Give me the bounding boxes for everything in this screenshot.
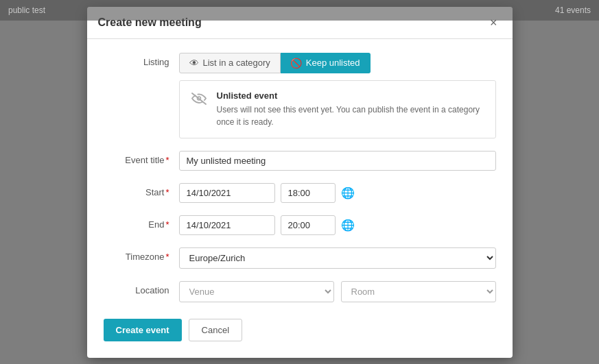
listing-control: 👁 List in a category 🚫 Keep unlisted: [179, 53, 496, 138]
start-datetime: 🌐: [179, 183, 496, 203]
start-control: 🌐: [179, 183, 496, 203]
unlisted-text: Unlisted event Users will not see this e…: [217, 90, 484, 128]
end-datetime: 🌐: [179, 215, 496, 235]
location-row: Location Venue Room: [104, 281, 496, 302]
event-title-row: Event title*: [104, 151, 496, 171]
start-time-input[interactable]: [281, 183, 336, 203]
venue-select[interactable]: Venue: [179, 281, 334, 302]
event-title-control: [179, 151, 496, 171]
keep-unlisted-button[interactable]: 🚫 Keep unlisted: [281, 53, 371, 73]
eye-icon: 👁: [189, 58, 199, 69]
location-control: Venue Room: [179, 281, 496, 302]
start-date-input[interactable]: [179, 183, 275, 203]
timezone-control: Europe/Zurich UTC America/New_York Asia/…: [179, 247, 496, 269]
start-timezone-icon[interactable]: 🌐: [341, 186, 355, 199]
room-select[interactable]: Room: [341, 281, 496, 302]
list-in-category-button[interactable]: 👁 List in a category: [179, 53, 281, 73]
location-label: Location: [104, 281, 179, 295]
end-control: 🌐: [179, 215, 496, 235]
timezone-label: Timezone*: [104, 247, 179, 262]
unlisted-eye-icon: [191, 92, 207, 110]
bg-right-text: 41 events: [555, 5, 591, 15]
modal-body: Listing 👁 List in a category 🚫 Keep unli…: [87, 39, 513, 358]
create-meeting-modal: Create new meeting × Listing 👁 List in a…: [87, 7, 513, 358]
location-selects: Venue Room: [179, 281, 496, 302]
listing-row: Listing 👁 List in a category 🚫 Keep unli…: [104, 53, 496, 138]
unlisted-title: Unlisted event: [217, 90, 484, 101]
listing-buttons: 👁 List in a category 🚫 Keep unlisted: [179, 53, 496, 73]
end-time-input[interactable]: [281, 215, 336, 235]
unlisted-description: Users will not see this event yet. You c…: [217, 104, 484, 128]
timezone-select[interactable]: Europe/Zurich UTC America/New_York Asia/…: [179, 247, 496, 269]
end-row: End* 🌐: [104, 215, 496, 235]
listing-label: Listing: [104, 53, 179, 67]
event-title-input[interactable]: [179, 151, 496, 171]
end-timezone-icon[interactable]: 🌐: [341, 219, 355, 232]
end-date-input[interactable]: [179, 215, 275, 235]
keep-unlisted-label: Keep unlisted: [306, 58, 360, 68]
list-in-category-label: List in a category: [203, 58, 270, 68]
event-title-label: Event title*: [104, 151, 179, 165]
eye-slash-icon: 🚫: [290, 58, 302, 69]
cancel-button[interactable]: Cancel: [189, 319, 242, 341]
start-row: Start* 🌐: [104, 183, 496, 203]
create-event-button[interactable]: Create event: [104, 319, 182, 341]
start-label: Start*: [104, 183, 179, 197]
modal-footer: Create event Cancel: [104, 319, 496, 341]
end-label: End*: [104, 215, 179, 230]
timezone-row: Timezone* Europe/Zurich UTC America/New_…: [104, 247, 496, 269]
bg-left-text: public test: [8, 5, 45, 15]
unlisted-info-box: Unlisted event Users will not see this e…: [179, 80, 496, 138]
